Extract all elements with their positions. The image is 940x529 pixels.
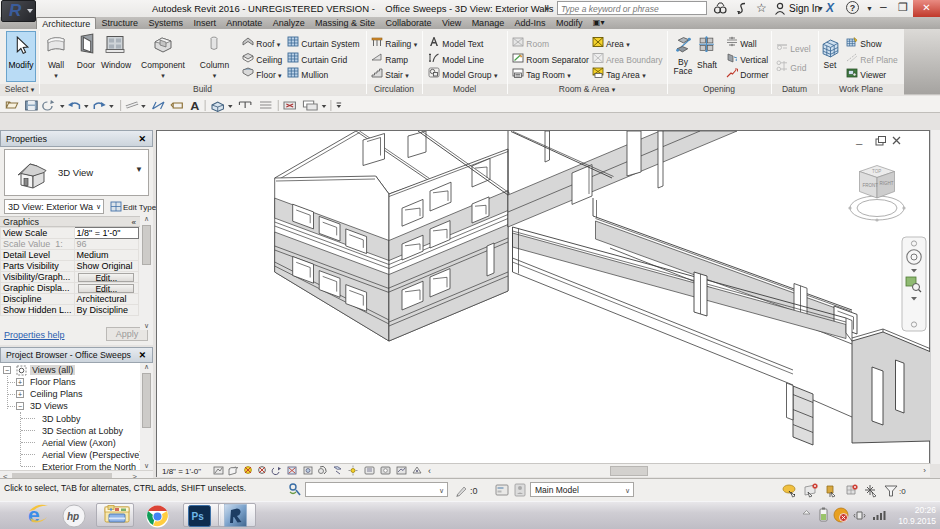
svg-text:‹: ‹ [428,466,431,476]
svg-text:FRONT: FRONT [863,183,879,188]
svg-text::0: :0 [899,487,906,496]
svg-text:A: A [190,100,200,112]
svg-text:hp: hp [67,511,79,522]
svg-text:─: ─ [855,139,863,149]
svg-text:Ps: Ps [192,511,205,522]
svg-text:TOP: TOP [872,169,881,174]
svg-text:RIGHT: RIGHT [880,181,894,186]
